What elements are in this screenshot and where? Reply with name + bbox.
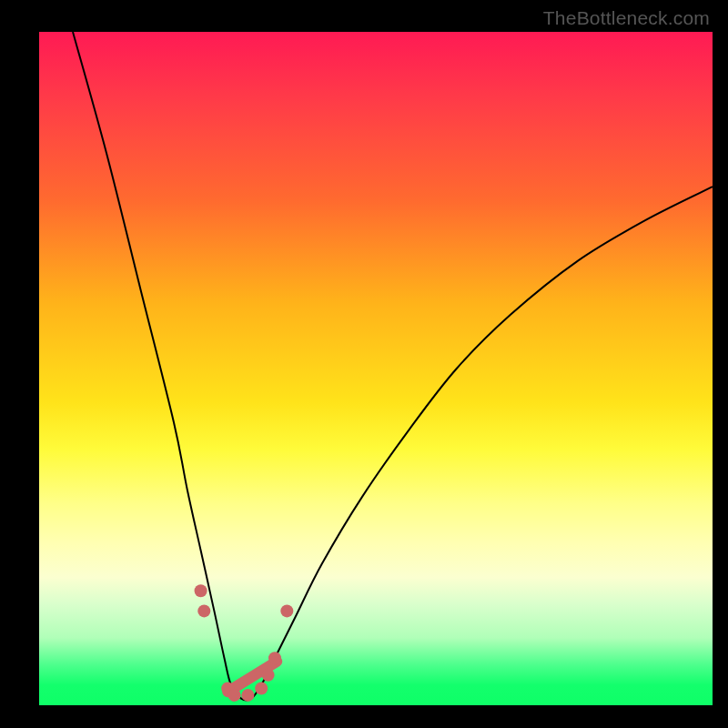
marker-dot xyxy=(228,689,241,702)
marker-dot xyxy=(241,689,254,702)
watermark-text: TheBottleneck.com xyxy=(543,7,710,29)
marker-dot xyxy=(195,584,207,597)
marker-dot xyxy=(268,652,281,664)
marker-dot xyxy=(280,604,293,617)
bottleneck-curve-line xyxy=(73,32,713,700)
bottleneck-chart xyxy=(39,32,713,705)
marker-dot xyxy=(255,682,268,695)
marker-dot xyxy=(262,669,275,682)
marker-dot xyxy=(197,604,210,617)
